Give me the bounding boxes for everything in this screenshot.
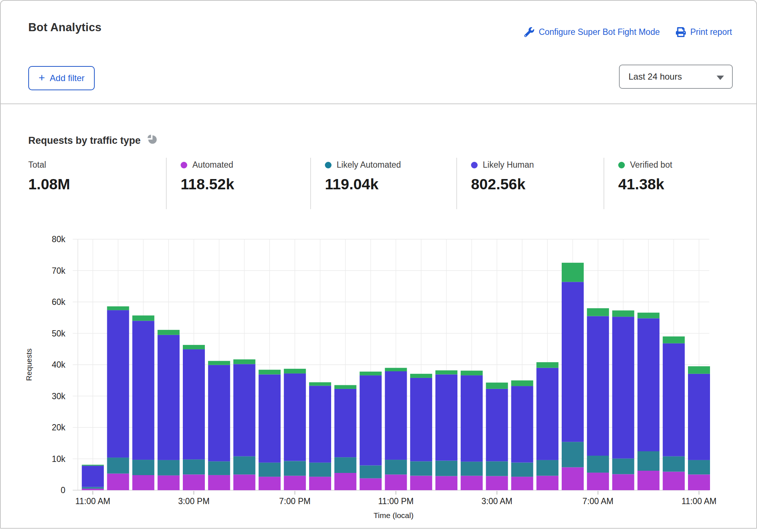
bar-segment[interactable]: [410, 461, 432, 475]
bar-segment[interactable]: [612, 474, 634, 490]
bar-segment[interactable]: [637, 451, 659, 471]
configure-super-bot-fight-mode-link[interactable]: Configure Super Bot Fight Mode: [524, 27, 660, 37]
bar-segment[interactable]: [132, 321, 154, 460]
bar-segment[interactable]: [157, 460, 180, 475]
bar-segment[interactable]: [486, 383, 508, 389]
bar-segment[interactable]: [385, 368, 407, 371]
bar-segment[interactable]: [536, 362, 558, 368]
bar-segment[interactable]: [486, 389, 508, 462]
bar-segment[interactable]: [612, 317, 634, 458]
bar-segment[interactable]: [82, 487, 104, 489]
bar-segment[interactable]: [360, 466, 382, 478]
bar-segment[interactable]: [587, 316, 609, 456]
bar-segment[interactable]: [284, 476, 306, 490]
bar-segment[interactable]: [284, 461, 306, 476]
bar-segment[interactable]: [183, 474, 205, 490]
bar-segment[interactable]: [334, 389, 356, 457]
bar-segment[interactable]: [183, 459, 205, 474]
bar-segment[interactable]: [435, 375, 457, 461]
bar-segment[interactable]: [309, 382, 331, 386]
bar-segment[interactable]: [334, 385, 356, 389]
bar-segment[interactable]: [183, 349, 205, 459]
bar-segment[interactable]: [334, 473, 356, 490]
bar-segment[interactable]: [612, 459, 634, 474]
bar-segment[interactable]: [612, 310, 634, 317]
bar-segment[interactable]: [258, 477, 280, 490]
bar-segment[interactable]: [208, 475, 230, 490]
bar-segment[interactable]: [360, 478, 382, 491]
bar-segment[interactable]: [107, 306, 129, 310]
bar-segment[interactable]: [258, 370, 280, 375]
bar-segment[interactable]: [511, 380, 533, 386]
bar-segment[interactable]: [309, 386, 331, 463]
bar-segment[interactable]: [688, 374, 710, 460]
bar-segment[interactable]: [536, 476, 558, 490]
bar-segment[interactable]: [587, 473, 609, 490]
bar-segment[interactable]: [334, 457, 356, 473]
bar-segment[interactable]: [461, 371, 483, 375]
bar-segment[interactable]: [587, 308, 609, 316]
traffic-chart[interactable]: 010k20k30k40k50k60k70k80k11:00 AM3:00 PM…: [1, 221, 757, 531]
bar-segment[interactable]: [688, 460, 710, 474]
bar-segment[interactable]: [132, 475, 154, 490]
bar-segment[interactable]: [663, 472, 685, 490]
bar-segment[interactable]: [385, 371, 407, 460]
bar-segment[interactable]: [132, 460, 154, 475]
bar-segment[interactable]: [82, 465, 104, 466]
bar-segment[interactable]: [486, 476, 508, 491]
bar-segment[interactable]: [284, 369, 306, 374]
bar-segment[interactable]: [562, 282, 584, 442]
bar-segment[interactable]: [663, 336, 685, 343]
bar-segment[interactable]: [511, 477, 533, 490]
bar-segment[interactable]: [688, 366, 710, 374]
bar-segment[interactable]: [410, 378, 432, 461]
bar-segment[interactable]: [284, 374, 306, 461]
bar-segment[interactable]: [562, 442, 584, 467]
bar-segment[interactable]: [309, 463, 331, 477]
bar-segment[interactable]: [562, 467, 584, 490]
bar-segment[interactable]: [410, 476, 432, 490]
bar-segment[interactable]: [511, 463, 533, 477]
bar-segment[interactable]: [536, 460, 558, 476]
bar-segment[interactable]: [410, 374, 432, 378]
bar-segment[interactable]: [637, 313, 659, 318]
bar-segment[interactable]: [208, 461, 230, 475]
bar-segment[interactable]: [233, 364, 256, 456]
bar-segment[interactable]: [461, 462, 483, 476]
bar-segment[interactable]: [435, 370, 457, 374]
bar-segment[interactable]: [132, 316, 154, 321]
bar-segment[interactable]: [663, 456, 685, 472]
bar-segment[interactable]: [157, 335, 180, 460]
bar-segment[interactable]: [233, 456, 256, 475]
time-range-select[interactable]: Last 24 hours: [619, 65, 733, 89]
bar-segment[interactable]: [688, 474, 710, 490]
bar-segment[interactable]: [107, 458, 129, 474]
bar-segment[interactable]: [360, 375, 382, 465]
bar-segment[interactable]: [562, 263, 584, 282]
bar-segment[interactable]: [587, 456, 609, 473]
bar-segment[interactable]: [461, 375, 483, 462]
bar-segment[interactable]: [309, 477, 331, 490]
bar-segment[interactable]: [435, 476, 457, 491]
bar-segment[interactable]: [385, 460, 407, 474]
bar-segment[interactable]: [637, 471, 659, 490]
add-filter-button[interactable]: + Add filter: [28, 66, 95, 90]
bar-segment[interactable]: [258, 375, 280, 463]
print-report-link[interactable]: Print report: [676, 27, 732, 37]
bar-segment[interactable]: [183, 345, 205, 349]
bar-segment[interactable]: [461, 476, 483, 490]
bar-segment[interactable]: [157, 475, 180, 490]
bar-segment[interactable]: [208, 361, 230, 365]
bar-segment[interactable]: [82, 489, 104, 490]
bar-segment[interactable]: [107, 474, 129, 490]
bar-segment[interactable]: [82, 466, 104, 487]
bar-segment[interactable]: [385, 474, 407, 490]
bar-segment[interactable]: [663, 343, 685, 456]
bar-segment[interactable]: [157, 330, 180, 335]
bar-segment[interactable]: [258, 463, 280, 477]
bar-segment[interactable]: [360, 372, 382, 375]
bar-segment[interactable]: [536, 368, 558, 460]
bar-segment[interactable]: [511, 386, 533, 463]
bar-segment[interactable]: [233, 360, 256, 364]
bar-segment[interactable]: [208, 365, 230, 462]
